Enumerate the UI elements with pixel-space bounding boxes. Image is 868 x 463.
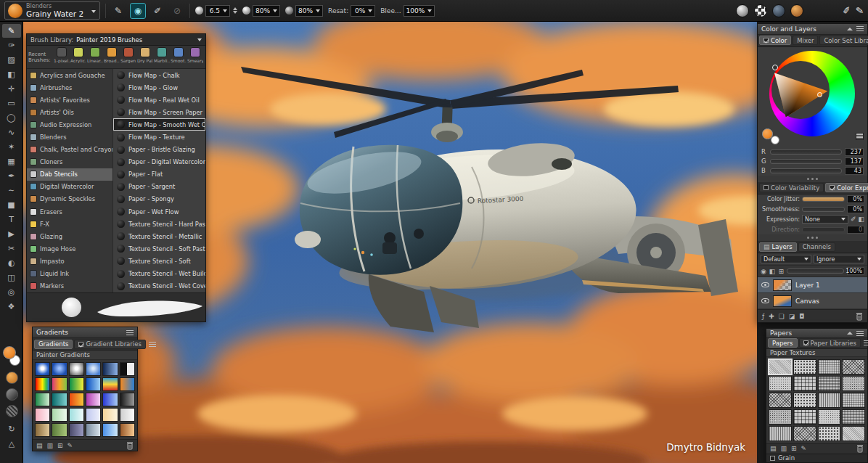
- brush-category-item[interactable]: Glazing: [27, 230, 112, 242]
- visibility-eye-icon[interactable]: [761, 282, 769, 287]
- tab-channels[interactable]: Channels: [798, 242, 835, 252]
- recent-brush-item[interactable]: Dry Pal...: [137, 47, 153, 63]
- gradient-swatch[interactable]: [86, 393, 101, 406]
- color-sliders-icon[interactable]: [856, 133, 864, 140]
- main-color-swatch[interactable]: [3, 346, 16, 359]
- paper-texture-swatch[interactable]: [793, 426, 816, 441]
- panel-expander[interactable]: [758, 176, 867, 182]
- gradient-edit-icon[interactable]: ✎: [67, 442, 73, 449]
- paper-texture-swatch[interactable]: [769, 359, 792, 374]
- chevron-down-icon[interactable]: [273, 9, 277, 12]
- layer-row[interactable]: Layer 1: [758, 277, 867, 293]
- layer-mask-icon[interactable]: ◪: [789, 313, 795, 320]
- brush-variant-item[interactable]: Texture Stencil - Soft: [113, 255, 205, 267]
- bleed-input[interactable]: 100%: [404, 5, 435, 17]
- brush-category-item[interactable]: Acrylics and Gouache: [27, 69, 112, 81]
- gradient-swatch[interactable]: [86, 362, 101, 376]
- trash-icon[interactable]: [126, 441, 134, 450]
- paper-texture-swatch[interactable]: [818, 426, 841, 441]
- paper-texture-swatch[interactable]: [842, 409, 865, 425]
- pickup-underlying-icon[interactable]: ◉: [761, 268, 766, 275]
- brush-calibration-icon[interactable]: ⊘: [170, 4, 184, 18]
- chevron-down-icon[interactable]: [223, 9, 227, 12]
- chevron-down-icon[interactable]: [316, 9, 320, 12]
- panel-expander[interactable]: [758, 234, 867, 241]
- brush-variant-item[interactable]: Flow Map - Chalk: [113, 69, 205, 81]
- recent-brush-item[interactable]: Linear...: [87, 47, 103, 63]
- paper-texture-swatch[interactable]: [842, 426, 865, 441]
- brush-library-header[interactable]: Brush Library: Painter 2019 Brushes: [27, 34, 205, 46]
- size-stepper[interactable]: [233, 7, 237, 14]
- brush-variant-item[interactable]: Paper - Digital Watercolor Par: [113, 156, 205, 168]
- brush-category-item[interactable]: Dynamic Speckles: [27, 193, 112, 205]
- paper-icon[interactable]: [790, 4, 803, 17]
- gradient-swatch[interactable]: [120, 408, 135, 422]
- gradient-swatch[interactable]: [35, 393, 50, 406]
- brush-category-item[interactable]: Dab Stencils: [27, 168, 112, 181]
- tab-layers[interactable]: ▤ Layers: [759, 242, 797, 252]
- brush-variant-item[interactable]: Flow Map - Screen Paper: [113, 106, 205, 118]
- brush-category-item[interactable]: Markers: [27, 280, 112, 292]
- gradient-swatch[interactable]: [69, 362, 84, 376]
- gradient-swatch[interactable]: [102, 377, 118, 391]
- paper-texture-swatch[interactable]: [818, 359, 841, 374]
- gradient-swatch[interactable]: [35, 423, 50, 437]
- brush-variant-item[interactable]: Texture Stencil - Hard Pastel: [113, 218, 205, 230]
- menu-icon[interactable]: [856, 331, 864, 336]
- tab-gradient-libraries[interactable]: Gradient Libraries: [74, 340, 145, 349]
- recent-brush-item[interactable]: Broad...: [104, 47, 120, 63]
- dodge-tool[interactable]: ◐: [2, 256, 21, 270]
- brush-variant-item[interactable]: Paper - Bristle Glazing: [113, 144, 205, 156]
- new-layer-icon[interactable]: ✚: [769, 313, 774, 320]
- perspective-grid-tool[interactable]: △: [2, 437, 21, 451]
- gradient-swatch[interactable]: [52, 423, 67, 437]
- rect-selection-tool[interactable]: ▭: [2, 97, 21, 110]
- menu-icon[interactable]: [864, 340, 868, 345]
- gradient-swatch[interactable]: [52, 393, 67, 406]
- paper-texture-swatch[interactable]: [793, 359, 816, 374]
- gradient-swatch[interactable]: [69, 393, 84, 406]
- brush-category-item[interactable]: Liquid Ink: [27, 268, 112, 280]
- brush-tip-icon[interactable]: ✎: [111, 4, 126, 18]
- expression-pen-icon[interactable]: ✐: [851, 216, 856, 223]
- chevron-down-icon[interactable]: [197, 38, 202, 41]
- brush-variant-item[interactable]: Texture Stencil - Metallic: [113, 230, 205, 242]
- recent-brush-item[interactable]: Acrylic...: [70, 47, 86, 63]
- color-swatch-pair[interactable]: [762, 128, 779, 144]
- layer-link-icon[interactable]: ⊞: [778, 268, 784, 275]
- paper-texture-swatch[interactable]: [793, 393, 816, 408]
- tab-paper-libraries[interactable]: Paper Libraries: [799, 338, 861, 348]
- layer-group-icon[interactable]: ❏: [779, 313, 785, 320]
- gradient-swatch[interactable]: [120, 377, 135, 391]
- color-marker[interactable]: [817, 92, 822, 97]
- tab-mixer[interactable]: Mixer: [793, 36, 818, 45]
- brush-category-item[interactable]: Cloners: [27, 156, 112, 168]
- magic-wand-tool[interactable]: ✶: [2, 140, 21, 154]
- gradient-swatch[interactable]: [35, 377, 50, 391]
- scissors-tool[interactable]: ✂: [2, 242, 21, 255]
- gradient-swatch[interactable]: [86, 408, 101, 422]
- eyedropper-icon[interactable]: ✐: [842, 4, 851, 16]
- gradient-new-icon[interactable]: ⊞: [57, 442, 63, 449]
- channel-value[interactable]: 137: [845, 157, 864, 165]
- pattern-icon[interactable]: [754, 4, 767, 17]
- paper-texture-swatch[interactable]: [842, 376, 865, 391]
- lock-layer-icon[interactable]: ◘: [799, 313, 804, 320]
- gradient-swatch[interactable]: [102, 362, 118, 376]
- brush-category-item[interactable]: Digital Watercolor: [27, 181, 112, 193]
- gradient-swatch[interactable]: [120, 362, 135, 376]
- stroke-preview-icon[interactable]: ✐: [150, 4, 165, 18]
- papers-header[interactable]: Papers: [766, 329, 867, 338]
- tab-color-set-libraries[interactable]: Color Set Libraries: [819, 36, 868, 45]
- recent-brush-item[interactable]: Sargen...: [120, 47, 136, 63]
- brush-category-item[interactable]: Airbrushes: [27, 81, 112, 94]
- brush-variant-item[interactable]: Paper - Spongy: [113, 193, 205, 205]
- gradient-save-icon[interactable]: ▤: [36, 442, 43, 449]
- paper-texture-swatch[interactable]: [818, 376, 841, 391]
- color-layers-header[interactable]: Color and Layers: [758, 24, 867, 35]
- brush-category-item[interactable]: Artists' Favorites: [27, 94, 112, 106]
- brush-category-item[interactable]: F-X: [27, 218, 112, 230]
- tab-gradients[interactable]: Gradients: [34, 340, 73, 349]
- rotate-page-tool[interactable]: ↻: [2, 422, 21, 436]
- brush-variant-item[interactable]: Paper - Sargent: [113, 181, 205, 193]
